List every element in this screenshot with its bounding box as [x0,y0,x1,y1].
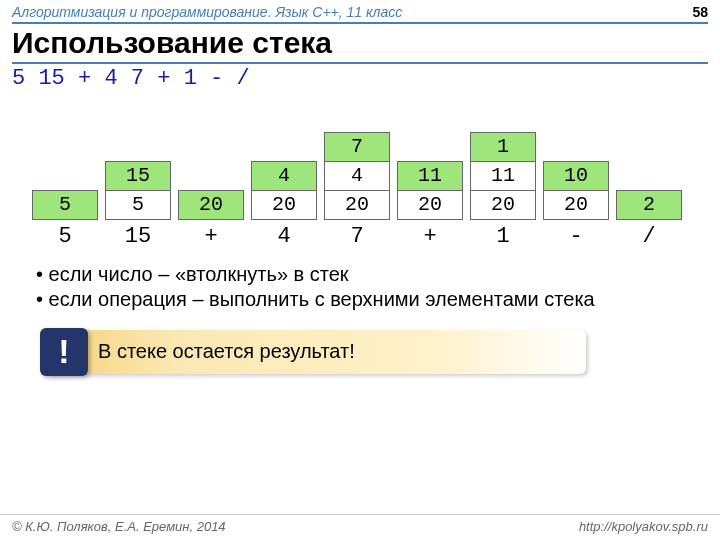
stack-cell: 5 [32,190,98,220]
token-label: 5 [32,222,98,252]
header: Алгоритмизация и программирование. Язык … [0,0,720,22]
exclamation-icon: ! [40,328,88,376]
stack-cell: 10 [543,161,609,191]
stack-cell: 4 [324,161,390,191]
stack-cell: 11 [397,161,463,191]
stack-column: 4204 [251,102,317,252]
token-label: / [616,222,682,252]
divider [12,22,708,24]
token-label: 4 [251,222,317,252]
stack-column: 15515 [105,102,171,252]
stack-cell: 7 [324,132,390,162]
callout-text: В стеке остается результат! [98,340,355,363]
stack-cell: 1 [470,132,536,162]
token-label: - [543,222,609,252]
page-number: 58 [692,4,708,20]
stack-cell: 4 [251,161,317,191]
stack-column: 111201 [470,103,536,252]
stack-diagram: 551551520+4204742071120+1112011020-2/ [0,97,720,252]
stack-cell: 20 [324,190,390,220]
page-title: Использование стека [0,26,720,62]
stack-cell: 20 [543,190,609,220]
stack-cell: 20 [251,190,317,220]
stack-cell: 20 [470,190,536,220]
expression: 5 15 + 4 7 + 1 - / [0,65,720,97]
stack-column: 1120+ [397,102,463,252]
copyright: © К.Ю. Поляков, Е.А. Еремин, 2014 [12,519,226,534]
stack-column: 1020- [543,102,609,252]
stack-cell: 11 [470,161,536,191]
stack-cell: 20 [397,190,463,220]
note-item: если число – «втолкнуть» в стек [36,262,696,287]
notes: если число – «втолкнуть» в стекесли опер… [0,252,720,312]
divider [12,62,708,64]
stack-column: 55 [32,101,98,252]
token-label: 7 [324,222,390,252]
token-label: 1 [470,222,536,252]
footer: © К.Ю. Поляков, Е.А. Еремин, 2014 http:/… [0,514,720,534]
stack-cell: 15 [105,161,171,191]
note-item: если операция – выполнить с верхними эле… [36,287,696,312]
stack-cell: 2 [616,190,682,220]
footer-link: http://kpolyakov.spb.ru [579,519,708,534]
course-title: Алгоритмизация и программирование. Язык … [12,4,402,20]
stack-cell: 5 [105,190,171,220]
stack-column: 2/ [616,101,682,252]
stack-column: 20+ [178,101,244,252]
stack-column: 74207 [324,103,390,252]
token-label: 15 [105,222,171,252]
stack-cell: 20 [178,190,244,220]
token-label: + [178,222,244,252]
token-label: + [397,222,463,252]
callout: ! В стеке остается результат! [46,330,586,374]
